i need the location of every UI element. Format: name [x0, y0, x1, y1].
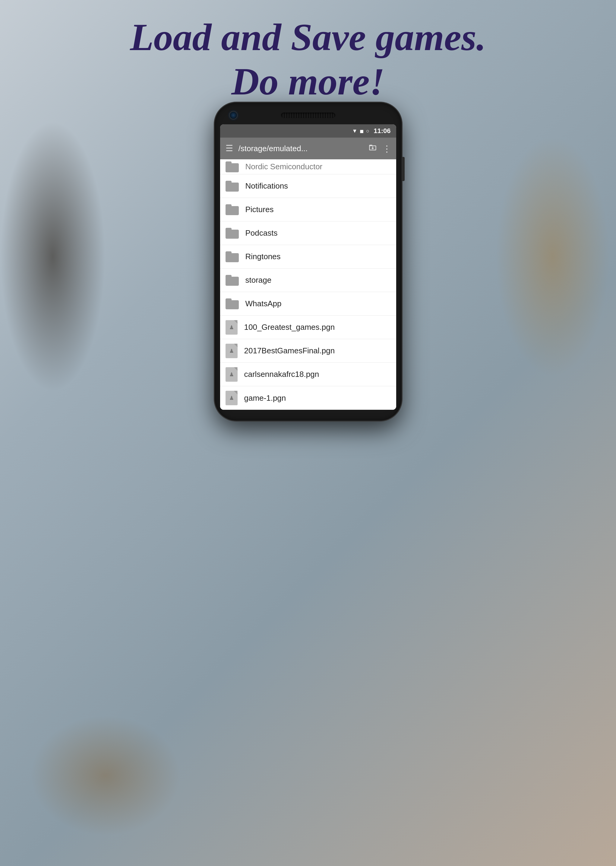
folder-icon — [226, 275, 239, 286]
bg-chess-left-decoration — [0, 121, 105, 392]
pgn-file-icon: ♟ — [226, 367, 237, 382]
headline-text: Load and Save games. Do more! — [18, 15, 598, 104]
phone-top — [220, 111, 396, 124]
list-item[interactable]: ♟ carlsennakafrc18.pgn — [220, 363, 396, 386]
list-item[interactable]: Notifications — [220, 175, 396, 198]
file-item-name: carlsennakafrc18.pgn — [244, 370, 319, 379]
list-item[interactable]: Ringtones — [220, 245, 396, 269]
file-item-name: Notifications — [245, 181, 288, 191]
headline-line1: Load and Save games. — [130, 16, 486, 58]
app-bar: ☰ /storage/emulated... ⋮ — [220, 138, 396, 159]
folder-icon — [226, 298, 239, 309]
list-item[interactable]: storage — [220, 269, 396, 292]
menu-icon[interactable]: ☰ — [226, 144, 233, 153]
bg-chess-bottom-decoration — [30, 715, 181, 836]
file-item-name: Pictures — [245, 205, 274, 214]
headline-line2: Do more! — [231, 60, 385, 103]
status-bar: ▼ ◼ ○ 11:06 — [220, 124, 396, 138]
headline-container: Load and Save games. Do more! — [0, 15, 616, 104]
upload-folder-icon[interactable] — [368, 143, 377, 154]
status-time: 11:06 — [374, 127, 390, 135]
more-vertical-icon[interactable]: ⋮ — [382, 143, 391, 154]
phone-wrapper: ▼ ◼ ○ 11:06 ☰ /storage/emulated... ⋮ — [215, 102, 402, 420]
list-item[interactable]: ♟ 100_Greatest_games.pgn — [220, 316, 396, 339]
phone-camera — [229, 111, 237, 120]
phone-screen: ▼ ◼ ○ 11:06 ☰ /storage/emulated... ⋮ — [220, 124, 396, 410]
app-bar-icons: ⋮ — [368, 143, 391, 154]
file-item-name: game-1.pgn — [244, 394, 286, 403]
file-item-name: 2017BestGamesFinal.pgn — [244, 346, 335, 356]
file-item-name: Nordic Semiconductor — [245, 162, 323, 172]
folder-icon — [226, 181, 239, 192]
status-icons: ▼ ◼ ○ 11:06 — [352, 127, 391, 135]
list-item[interactable]: Nordic Semiconductor — [220, 159, 396, 175]
phone-frame: ▼ ◼ ○ 11:06 ☰ /storage/emulated... ⋮ — [215, 102, 402, 420]
bg-chess-right-decoration — [495, 136, 610, 377]
folder-icon — [226, 228, 239, 239]
list-item[interactable]: WhatsApp — [220, 292, 396, 316]
phone-speaker — [281, 113, 335, 118]
battery-icon: ○ — [366, 128, 369, 134]
file-item-name: WhatsApp — [245, 299, 281, 309]
app-bar-title: /storage/emulated... — [239, 144, 363, 153]
pgn-file-icon: ♟ — [226, 320, 237, 335]
list-item[interactable]: Podcasts — [220, 222, 396, 245]
list-item[interactable]: ♟ game-1.pgn — [220, 386, 396, 410]
file-item-name: storage — [245, 276, 272, 285]
folder-icon — [226, 251, 239, 262]
pgn-file-icon: ♟ — [226, 391, 237, 405]
folder-icon — [226, 161, 239, 172]
file-item-name: Ringtones — [245, 252, 281, 261]
file-item-name: Podcasts — [245, 228, 278, 238]
pgn-file-icon: ♟ — [226, 344, 237, 358]
signal-icon: ◼ — [360, 128, 364, 134]
folder-icon — [226, 204, 239, 215]
wifi-icon: ▼ — [352, 128, 358, 134]
file-list: Nordic Semiconductor Notifications Pictu… — [220, 159, 396, 410]
list-item[interactable]: Pictures — [220, 198, 396, 222]
file-item-name: 100_Greatest_games.pgn — [244, 323, 335, 332]
list-item[interactable]: ♟ 2017BestGamesFinal.pgn — [220, 339, 396, 363]
